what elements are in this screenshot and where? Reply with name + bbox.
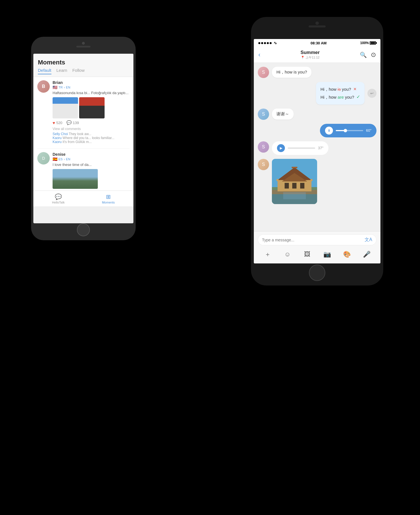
pause-button[interactable]: ⏸ (325, 127, 333, 135)
brian-content: Brian 🇺🇸 TR › EN Haftasonunda kısa bi...… (53, 80, 129, 144)
comment-selly: Selly Choi They look aw... (53, 132, 129, 136)
phone-back: Moments Default Learn Follow B Brian 🇺🇸 … (31, 37, 136, 240)
comment-icon: 💬 (66, 120, 72, 125)
moments-screen: Moments Default Learn Follow B Brian 🇺🇸 … (33, 54, 133, 223)
battery-percent: 100% (360, 41, 369, 45)
kaoru-link-1[interactable]: Kaoru (53, 136, 62, 140)
denise-avatar: D (37, 152, 50, 165)
tab-learn[interactable]: Learn (57, 68, 67, 74)
tab-follow[interactable]: Follow (72, 68, 85, 74)
signal-dot-3 (264, 42, 266, 44)
denise-lang-from: ES (59, 157, 63, 161)
denise-lang-arrow: › (64, 157, 65, 161)
view-all-comments[interactable]: View all comments (53, 127, 129, 131)
denise-flag: 🇪🇸 (53, 157, 57, 161)
brian-comment-count: 139 (73, 121, 79, 125)
translate-button[interactable]: 文A (365, 237, 372, 243)
input-toolbar: ＋ ☺ 🖼 📷 🎨 🎤 (258, 248, 376, 261)
denise-name: Denise (53, 152, 129, 157)
hellotalk-label: HelloTalk (52, 201, 65, 204)
comment-kaoru-2: Kaoru It's from Güllük m... (53, 140, 129, 144)
moments-bottom-nav: 💬 HelloTalk ⊞ Moments (33, 191, 133, 206)
front-camera (315, 21, 319, 25)
location-icon: 📍 (301, 56, 305, 59)
chat-screen: ∿ 08:30 AM 100% ‹ Summer 📍 上午11:12 (254, 39, 380, 263)
phone-front: ∿ 08:30 AM 100% ‹ Summer 📍 上午11:12 (251, 17, 383, 285)
contact-status: 📍 上午11:12 (263, 55, 357, 60)
battery-icon (370, 41, 376, 45)
kaoru-link-2[interactable]: Kaoru (53, 140, 62, 144)
denise-content: Denise 🇪🇸 ES › EN I love these time of d… (53, 152, 129, 189)
summer-avatar-4: S (258, 159, 269, 170)
reply-icon[interactable]: ↩ (367, 89, 376, 98)
msg-correction: ↩ Hi，how is you? ✕ Hi，how are you? ✓ (258, 82, 376, 105)
post-brian: B Brian 🇺🇸 TR › EN Haftasonunda kısa bi.… (37, 80, 129, 144)
palette-button[interactable]: 🎨 (342, 249, 352, 259)
camera-button[interactable]: 📷 (322, 249, 332, 259)
moments-title: Moments (38, 57, 129, 68)
svg-rect-13 (283, 192, 306, 199)
photo-bubble[interactable] (272, 159, 317, 204)
brian-comments[interactable]: 💬 139 (66, 120, 79, 125)
mic-button[interactable]: 🎤 (361, 249, 372, 259)
summer-avatar-2: S (258, 109, 269, 120)
record-icon[interactable]: ⊙ (371, 51, 376, 59)
summer-avatar-1: S (258, 67, 269, 78)
svg-point-11 (276, 179, 279, 181)
message-input-row: 文A (258, 234, 376, 245)
search-icon[interactable]: 🔍 (360, 51, 367, 58)
battery-fill (371, 42, 375, 44)
message-input[interactable] (262, 238, 362, 242)
front-home-button[interactable] (309, 265, 325, 281)
add-button[interactable]: ＋ (263, 249, 273, 259)
back-speaker (76, 46, 90, 47)
status-bar: ∿ 08:30 AM 100% (254, 39, 380, 47)
svg-rect-9 (300, 183, 304, 189)
audio-duration-1: 60" (366, 128, 371, 133)
svg-rect-8 (292, 183, 296, 189)
audio-received-bubble[interactable]: ▶ 37" (272, 141, 328, 155)
front-speaker (309, 25, 326, 27)
brian-avatar-img: B (37, 80, 50, 93)
audio-playing-bubble[interactable]: ⏸ 60" (320, 124, 376, 137)
msg-text-1: Hi，how is you? (276, 70, 307, 74)
wrong-word: is (338, 87, 341, 92)
denise-post-text: I love these time of da... (53, 162, 129, 167)
check-icon: ✓ (356, 93, 360, 101)
signal-indicator: ∿ (258, 41, 277, 45)
denise-avatar-img: D (37, 152, 50, 165)
brian-images (53, 97, 129, 118)
chat-header: ‹ Summer 📍 上午11:12 🔍 ⊙ (254, 47, 380, 63)
summer-avatar-3: S (258, 141, 269, 153)
brian-likes[interactable]: ♥ 520 (53, 120, 62, 125)
selly-link[interactable]: Selly Choi (53, 132, 68, 136)
denise-mountain-img (53, 169, 98, 189)
nav-hellotalk[interactable]: 💬 HelloTalk (52, 193, 65, 204)
audio-progress-bar (336, 130, 363, 131)
back-home-button[interactable] (77, 223, 90, 236)
correction-correct-text: Hi，how are you? (321, 93, 354, 101)
status-time: 08:30 AM (311, 41, 327, 45)
header-actions: 🔍 ⊙ (360, 51, 376, 59)
msg-audio-playing: ⏸ 60" (258, 124, 376, 137)
battery-indicator: 100% (360, 41, 376, 45)
brian-flag: 🇺🇸 (53, 85, 57, 90)
tab-default[interactable]: Default (38, 68, 51, 74)
msg-photo: S (258, 159, 376, 204)
audio-duration-2: 37" (318, 146, 323, 150)
back-button[interactable]: ‹ (258, 51, 260, 59)
emoji-button[interactable]: ☺ (282, 249, 293, 259)
moments-tabs: Default Learn Follow (38, 68, 129, 77)
play-button[interactable]: ▶ (277, 144, 285, 152)
wifi-icon: ∿ (274, 41, 277, 45)
nav-moments[interactable]: ⊞ Moments (102, 193, 115, 204)
moments-nav-label: Moments (102, 201, 115, 204)
signal-dot-5 (270, 42, 272, 44)
brian-img-1 (53, 97, 78, 118)
correction-wrong: Hi，how is you? ✕ (321, 85, 360, 93)
msg-2: S 谢谢～ (258, 109, 376, 120)
msg-bubble-2: 谢谢～ (272, 109, 294, 120)
gallery-button[interactable]: 🖼 (302, 249, 312, 259)
chat-container: ∿ 08:30 AM 100% ‹ Summer 📍 上午11:12 (254, 39, 380, 263)
hellotalk-icon: 💬 (55, 193, 62, 200)
